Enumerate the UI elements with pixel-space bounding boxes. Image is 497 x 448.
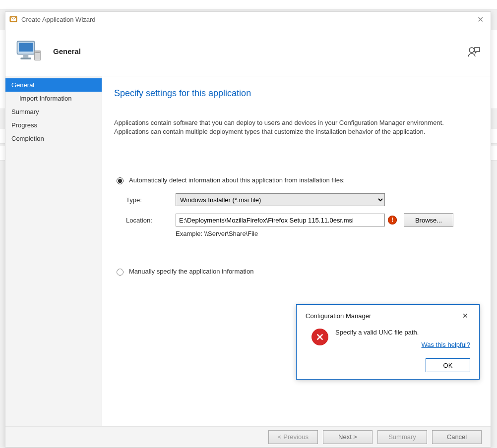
close-button[interactable]: ✕ (474, 15, 487, 24)
next-button[interactable]: Next > (323, 430, 373, 444)
radio-auto-detect[interactable]: Automatically detect information about t… (114, 176, 477, 184)
page-title: General (53, 47, 81, 56)
location-label: Location: (126, 217, 176, 224)
error-dialog: Configuration Manager ✕ Specify a valid … (296, 304, 480, 380)
content-heading: Specify settings for this application (114, 88, 477, 99)
sidebar-item-progress[interactable]: Progress (5, 118, 102, 132)
dialog-message: Specify a valid UNC file path. (335, 329, 470, 336)
radio-manual[interactable]: Manually specify the application informa… (114, 267, 477, 276)
svg-rect-7 (35, 52, 40, 53)
sidebar-item-label: Completion (11, 135, 44, 142)
wizard-window: Create Application Wizard ✕ General (5, 11, 491, 448)
dialog-title: Configuration Manager (306, 312, 371, 320)
titlebar: Create Application Wizard ✕ (5, 12, 491, 27)
content-description: Applications contain software that you c… (114, 118, 471, 136)
sidebar-item-general[interactable]: General (5, 78, 102, 92)
computer-monitor-icon (15, 38, 43, 65)
wizard-header: General (5, 27, 491, 76)
svg-rect-4 (23, 55, 29, 57)
type-select[interactable]: Windows Installer (*.msi file) (176, 193, 385, 206)
browse-button[interactable]: Browse... (404, 213, 453, 227)
radio-auto-detect-input[interactable] (117, 177, 124, 184)
error-badge-icon: ! (388, 216, 397, 224)
previous-button[interactable]: < Previous (268, 430, 318, 444)
content-pane: Specify settings for this application Ap… (102, 76, 491, 426)
sidebar-item-label: Summary (11, 108, 39, 115)
wizard-sidebar: General Import Information Summary Progr… (5, 76, 102, 426)
radio-manual-input[interactable] (117, 269, 124, 276)
error-icon (311, 329, 328, 345)
location-input[interactable] (176, 214, 385, 226)
location-example: Example: \\Server\Share\File (176, 230, 477, 237)
cancel-button[interactable]: Cancel (432, 430, 482, 444)
sidebar-item-label: General (11, 81, 34, 89)
was-this-helpful-link[interactable]: Was this helpful? (335, 341, 470, 348)
dialog-ok-button[interactable]: OK (426, 358, 470, 372)
svg-rect-3 (19, 43, 33, 52)
type-label: Type: (126, 196, 176, 204)
sidebar-item-summary[interactable]: Summary (5, 105, 102, 118)
wizard-app-icon (9, 15, 17, 23)
svg-point-8 (469, 48, 474, 53)
radio-manual-label: Manually specify the application informa… (129, 268, 253, 275)
svg-rect-5 (21, 57, 31, 59)
window-title: Create Application Wizard (21, 16, 96, 23)
wizard-footer: < Previous Next > Summary Cancel (5, 426, 491, 447)
sidebar-item-completion[interactable]: Completion (5, 132, 102, 145)
sidebar-item-label: Progress (11, 121, 37, 129)
radio-auto-detect-label: Automatically detect information about t… (129, 176, 345, 184)
summary-button[interactable]: Summary (377, 430, 427, 444)
sidebar-item-import-information[interactable]: Import Information (5, 92, 102, 105)
feedback-icon[interactable] (467, 45, 481, 58)
sidebar-item-label: Import Information (19, 95, 72, 102)
dialog-close-button[interactable]: ✕ (460, 312, 470, 320)
